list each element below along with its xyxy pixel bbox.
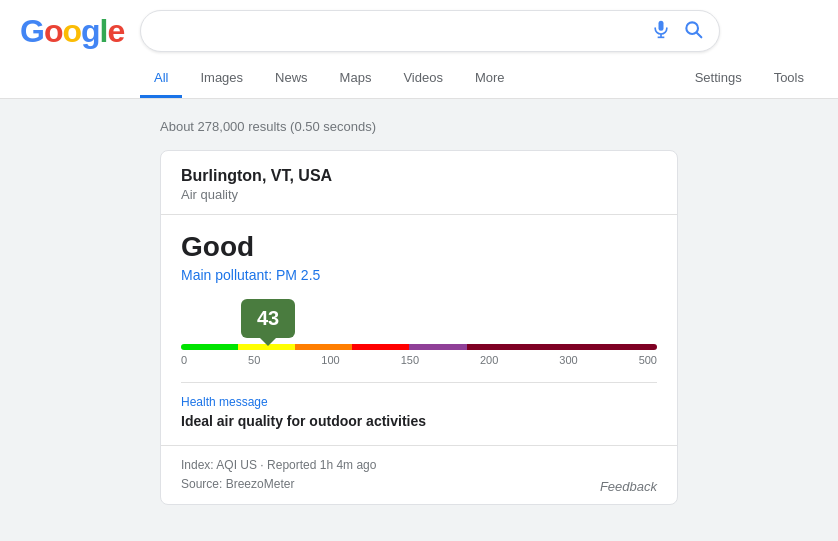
main-content: About 278,000 results (0.50 seconds) Bur… — [0, 99, 838, 525]
results-count: About 278,000 results (0.50 seconds) — [160, 111, 678, 150]
aqi-status: Good — [181, 231, 657, 263]
scale-150: 150 — [401, 354, 419, 366]
mic-icon[interactable] — [651, 19, 671, 43]
settings-link[interactable]: Settings — [681, 60, 756, 98]
card-footer-info: Index: AQI US · Reported 1h 4m ago Sourc… — [181, 456, 376, 494]
header-top: Google air quality burlington vt — [20, 10, 818, 60]
tab-all[interactable]: All — [140, 60, 182, 98]
logo-o2: o — [62, 13, 81, 50]
search-input[interactable]: air quality burlington vt — [157, 22, 651, 40]
scale-0: 0 — [181, 354, 187, 366]
card-subtitle: Air quality — [181, 187, 657, 202]
tab-news[interactable]: News — [261, 60, 322, 98]
svg-line-4 — [697, 33, 702, 38]
search-bar[interactable]: air quality burlington vt — [140, 10, 720, 52]
logo-g2: g — [81, 13, 100, 50]
search-bar-icons — [651, 19, 703, 43]
scale-200: 200 — [480, 354, 498, 366]
tools-link[interactable]: Tools — [760, 60, 818, 98]
logo-l: l — [100, 13, 108, 50]
logo-e: e — [107, 13, 124, 50]
scale-100: 100 — [321, 354, 339, 366]
tab-maps[interactable]: Maps — [326, 60, 386, 98]
logo-o1: o — [44, 13, 63, 50]
logo-g: G — [20, 13, 44, 50]
card-header: Burlington, VT, USA Air quality — [161, 151, 677, 215]
tab-videos[interactable]: Videos — [389, 60, 457, 98]
scale-500: 500 — [639, 354, 657, 366]
card-body: Good Main pollutant: PM 2.5 43 0 50 100 … — [161, 215, 677, 445]
location-rest: , VT, USA — [262, 167, 332, 184]
aqi-bubble: 43 — [241, 299, 295, 338]
gauge-container: 43 0 50 100 150 200 300 500 — [181, 299, 657, 366]
health-message: Ideal air quality for outdoor activities — [181, 413, 657, 429]
feedback-link[interactable]: Feedback — [600, 479, 657, 494]
footer-line1: Index: AQI US · Reported 1h 4m ago — [181, 456, 376, 475]
search-icon[interactable] — [683, 19, 703, 43]
aqi-pollutant: Main pollutant: PM 2.5 — [181, 267, 657, 283]
tab-more[interactable]: More — [461, 60, 519, 98]
footer-line2: Source: BreezoMeter — [181, 475, 376, 494]
card-footer: Index: AQI US · Reported 1h 4m ago Sourc… — [161, 445, 677, 504]
google-logo: Google — [20, 13, 124, 50]
location-name: Burlington — [181, 167, 262, 184]
scale-300: 300 — [559, 354, 577, 366]
scale-50: 50 — [248, 354, 260, 366]
aqi-scale: 0 50 100 150 200 300 500 — [181, 354, 657, 366]
tab-images[interactable]: Images — [186, 60, 257, 98]
nav-tabs: All Images News Maps Videos More Setting… — [140, 60, 818, 98]
health-section: Health message Ideal air quality for out… — [181, 382, 657, 429]
pollutant-label: Main pollutant: — [181, 267, 272, 283]
air-quality-card: Burlington, VT, USA Air quality Good Mai… — [160, 150, 678, 505]
health-label: Health message — [181, 395, 657, 409]
aqi-bar — [181, 344, 657, 350]
svg-rect-0 — [659, 21, 664, 31]
card-location: Burlington, VT, USA — [181, 167, 657, 185]
pollutant-value: PM 2.5 — [276, 267, 320, 283]
header: Google air quality burlington vt — [0, 0, 838, 99]
